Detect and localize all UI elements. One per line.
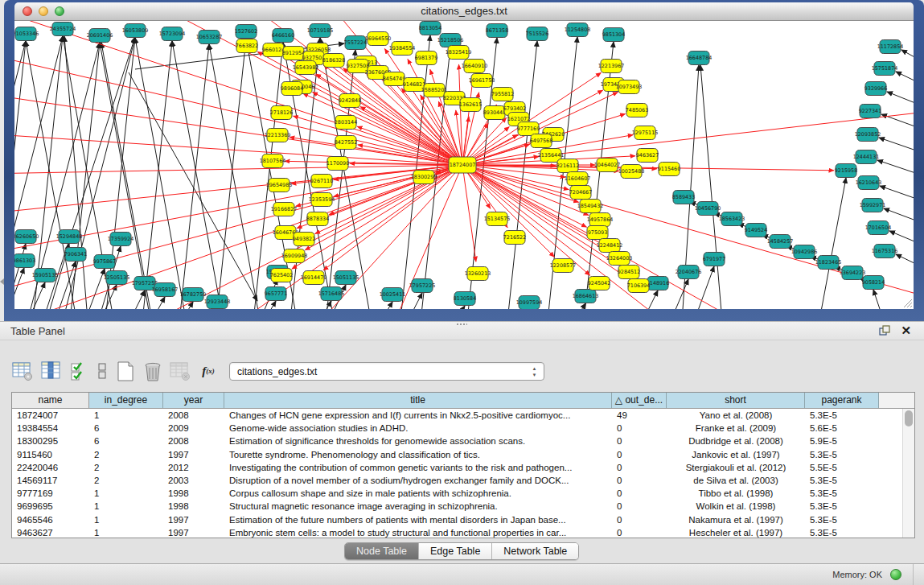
table-row[interactable]: 977716911998Corpus callosum shape and si… xyxy=(12,487,914,500)
graph-node[interactable]: 10025411 xyxy=(380,288,406,302)
graph-node[interactable]: 9149524 xyxy=(745,224,767,237)
table-cell[interactable]: Embryonic stem cells: a model to study s… xyxy=(224,526,612,538)
graph-node[interactable]: 8878334 xyxy=(306,212,329,226)
graph-edge[interactable] xyxy=(26,41,84,309)
window-titlebar[interactable]: citations_edges.txt xyxy=(14,2,914,21)
graph-node[interactable]: 16640910 xyxy=(462,60,488,73)
graph-node[interactable]: 12248412 xyxy=(597,239,623,253)
close-panel-icon[interactable]: ✕ xyxy=(901,323,911,338)
graph-node[interactable]: 15134575 xyxy=(484,212,511,226)
graph-node[interactable]: 2718126 xyxy=(270,106,293,120)
graph-node[interactable]: 13694223 xyxy=(840,266,866,280)
table-row[interactable]: 1872400712008Changes of HCN gene express… xyxy=(12,409,914,422)
graph-edge[interactable] xyxy=(212,39,246,309)
graph-edge[interactable] xyxy=(135,38,193,309)
graph-node[interactable]: 1170090 xyxy=(326,157,349,171)
graph-edge[interactable] xyxy=(159,302,193,309)
graph-node[interactable]: 15751874 xyxy=(872,62,898,76)
table-cell[interactable]: 0 xyxy=(612,422,667,435)
graph-edge[interactable] xyxy=(462,165,476,262)
table-cell[interactable]: 22420046 xyxy=(12,461,89,474)
graph-edge[interactable] xyxy=(14,268,24,309)
graph-node[interactable]: 12505135 xyxy=(104,271,130,285)
graph-edge[interactable] xyxy=(812,178,846,309)
graph-node[interactable]: 17016504 xyxy=(865,221,892,235)
table-cell[interactable]: 0 xyxy=(612,513,667,526)
table-cell[interactable]: Genome-wide association studies in ADHD. xyxy=(224,422,612,435)
table-cell[interactable]: 1 xyxy=(89,409,163,422)
table-chooser-dropdown[interactable]: citations_edges.txt ▲▼ xyxy=(229,362,544,381)
column-header-out_de[interactable]: △ out_de... xyxy=(612,393,667,408)
graph-node[interactable]: 10653287 xyxy=(196,31,223,44)
graph-node[interactable]: 15716485 xyxy=(318,287,345,301)
citation-network-graph[interactable]: 2105334624355724206914061605380915723094… xyxy=(14,21,914,309)
graph-node[interactable]: 17359924 xyxy=(108,233,134,246)
graph-edge[interactable] xyxy=(209,44,267,309)
graph-node[interactable]: 16961758 xyxy=(469,74,495,88)
graph-node[interactable]: 7557224 xyxy=(344,36,367,50)
graph-node[interactable]: 9975867 xyxy=(93,255,116,269)
graph-node[interactable]: 19654985 xyxy=(266,179,293,192)
graph-node[interactable]: 12923448 xyxy=(204,295,231,309)
graph-node[interactable]: 8427552 xyxy=(335,136,357,150)
graph-node[interactable]: 10719185 xyxy=(307,24,334,38)
graph-node[interactable]: 16648784 xyxy=(686,51,713,65)
graph-node[interactable]: 12975115 xyxy=(632,126,659,140)
graph-node[interactable]: 9215958 xyxy=(835,164,857,178)
table-cell[interactable]: 9699695 xyxy=(12,500,89,513)
graph-node[interactable]: 21053346 xyxy=(14,27,39,41)
graph-edge[interactable] xyxy=(624,290,658,309)
graph-node[interactable]: 11675316 xyxy=(872,245,898,258)
graph-edge[interactable] xyxy=(896,254,914,275)
graph-node[interactable]: 9329966 xyxy=(864,82,887,96)
tab-node-table[interactable]: Node Table xyxy=(345,543,419,559)
table-row[interactable]: 911546021997Tourette syndrome. Phenomeno… xyxy=(12,448,914,461)
table-cell[interactable]: Estimation of the future numbers of pati… xyxy=(224,513,612,526)
graph-edge[interactable] xyxy=(323,165,462,270)
graph-node[interactable]: 8813054 xyxy=(419,22,441,35)
column-header-pagerank[interactable]: pagerank xyxy=(805,393,879,408)
graph-node[interactable]: 9284512 xyxy=(618,266,640,279)
graph-node[interactable]: 16958167 xyxy=(152,283,179,297)
graph-edge[interactable] xyxy=(14,282,45,309)
graph-node[interactable]: 9463627 xyxy=(636,149,659,163)
graph-node[interactable]: 10942986 xyxy=(791,245,818,259)
table-cell[interactable]: 0 xyxy=(612,474,667,487)
graph-edge[interactable] xyxy=(315,165,462,234)
graph-node[interactable]: 1527602 xyxy=(235,25,257,39)
table-cell[interactable]: 5.6E-5 xyxy=(805,422,879,435)
table-cell[interactable]: 0 xyxy=(612,526,667,538)
table-cell[interactable]: 1998 xyxy=(163,500,224,513)
graph-node[interactable]: 10973493 xyxy=(616,80,643,94)
table-cell[interactable]: 2 xyxy=(89,474,163,487)
select-all-button[interactable] xyxy=(67,359,91,383)
graph-edge[interactable] xyxy=(138,41,172,309)
graph-node[interactable]: 11823465 xyxy=(815,256,842,270)
table-cell[interactable]: Structural magnetic resonance image aver… xyxy=(224,500,612,513)
graph-node[interactable]: 7955812 xyxy=(491,88,514,101)
column-header-name[interactable]: name xyxy=(12,393,89,408)
graph-node[interactable]: 7216522 xyxy=(503,231,526,245)
graph-node[interactable]: 8186328 xyxy=(322,54,345,68)
graph-node[interactable]: 9227341 xyxy=(859,105,881,118)
table-cell[interactable]: 1 xyxy=(89,500,163,513)
table-cell[interactable]: 6 xyxy=(89,422,163,435)
new-column-button[interactable] xyxy=(113,359,138,383)
graph-node[interactable]: 9058214 xyxy=(862,276,885,290)
graph-node[interactable]: 9896084 xyxy=(281,82,303,96)
graph-node[interactable]: 7204667 xyxy=(569,186,592,200)
table-cell[interactable]: Jankovic et al. (1997) xyxy=(667,448,805,461)
graph-node[interactable]: 16053809 xyxy=(122,24,149,38)
graph-node[interactable]: 8130584 xyxy=(454,292,476,306)
graph-node[interactable]: 9115460 xyxy=(658,163,680,176)
splitter-handle-icon[interactable] xyxy=(456,323,467,327)
table-cell[interactable]: 9115460 xyxy=(12,448,89,461)
table-row[interactable]: 946554611997Estimation of the future num… xyxy=(12,513,914,526)
tab-edge-table[interactable]: Edge Table xyxy=(419,543,492,559)
graph-node[interactable]: 7906341 xyxy=(64,248,87,262)
graph-edge[interactable] xyxy=(53,38,135,309)
table-cell[interactable]: Corpus callosum shape and size in male p… xyxy=(224,487,612,500)
table-row[interactable]: 969969511998Structural magnetic resonanc… xyxy=(12,500,914,513)
table-cell[interactable]: Tourette syndrome. Phenomenology and cla… xyxy=(224,448,612,461)
table-cell[interactable]: Investigating the contribution of common… xyxy=(224,461,612,474)
